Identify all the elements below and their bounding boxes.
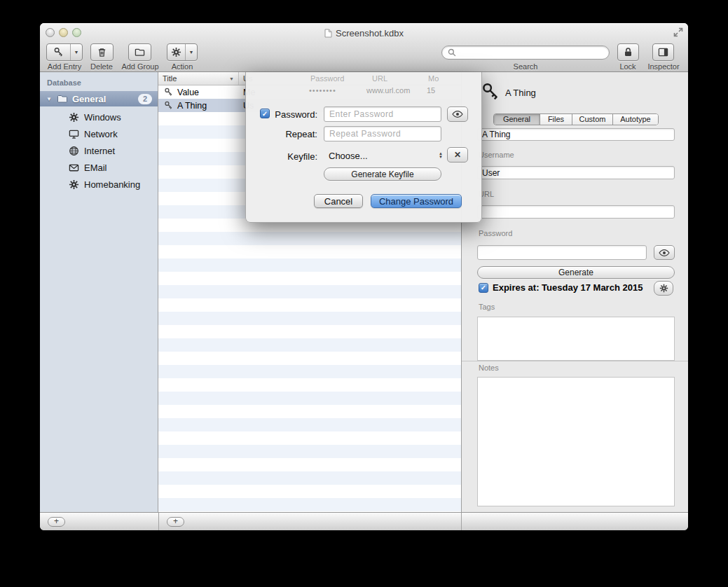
url-input[interactable] — [478, 206, 674, 218]
generate-keyfile-button[interactable]: Generate Keyfile — [324, 167, 441, 181]
enter-password-input[interactable] — [324, 107, 441, 121]
title-input[interactable] — [478, 129, 674, 140]
cancel-button[interactable]: Cancel — [314, 194, 363, 208]
keyfile-value: Choose... — [324, 151, 368, 161]
bottom-bar: + + — [40, 512, 688, 530]
lock-button[interactable] — [617, 43, 639, 61]
expires-label: Expires at: Tuesday 17 March 2015 — [493, 282, 643, 293]
trash-icon — [97, 47, 107, 57]
tags-input[interactable] — [477, 317, 675, 361]
globe-icon — [69, 146, 79, 156]
url-field[interactable] — [477, 205, 675, 219]
close-icon: ✕ — [454, 150, 461, 160]
repeat-password-input[interactable] — [324, 127, 441, 141]
clear-keyfile-button[interactable]: ✕ — [447, 147, 468, 163]
repeat-password-field[interactable] — [324, 126, 441, 141]
search-icon — [448, 48, 456, 57]
gear-icon — [659, 284, 668, 293]
gear-icon — [167, 44, 185, 60]
show-password-button[interactable] — [654, 245, 675, 260]
fullscreen-icon[interactable] — [673, 27, 683, 37]
change-password-dialog: Password URL Mo •••••••• www.url.com 15 … — [245, 72, 482, 223]
change-password-button[interactable]: Change Password — [371, 194, 462, 208]
gear-icon — [69, 179, 79, 190]
check-icon: ✓ — [481, 284, 486, 291]
entry-title: A Thing — [177, 101, 207, 111]
dialog-keyfile-label: Keyfile: — [252, 151, 317, 162]
sort-indicator-icon: ▼ — [229, 76, 234, 81]
notes-input[interactable] — [477, 377, 675, 506]
sidebar-item-label: EMail — [84, 163, 107, 173]
delete-label: Delete — [90, 62, 113, 71]
password-input[interactable] — [478, 246, 646, 259]
search-input[interactable] — [460, 48, 603, 57]
expires-checkbox[interactable]: ✓ — [479, 283, 488, 293]
ghost-column-modified: Mo — [428, 74, 439, 83]
enter-password-field[interactable] — [324, 106, 441, 122]
add-entry-plus-button[interactable]: + — [167, 517, 184, 527]
expires-settings-button[interactable] — [654, 281, 673, 296]
tags-label: Tags — [479, 303, 495, 311]
add-group-button[interactable] — [128, 43, 151, 61]
stepper-icon: ▲▼ — [439, 152, 444, 159]
username-label: Username — [479, 151, 514, 159]
chevron-down-icon: ▼ — [70, 44, 82, 60]
sidebar-item-internet[interactable]: Internet — [40, 142, 158, 159]
delete-button[interactable] — [90, 43, 114, 61]
sidebar-item-label: Internet — [84, 146, 115, 156]
sidebar: Database ▼ General 2 Windows Network Int… — [40, 72, 158, 512]
inspector-panel-icon — [658, 47, 668, 57]
eye-icon — [452, 111, 463, 118]
add-group-plus-button[interactable]: + — [48, 517, 65, 527]
entry-title: Value — [177, 88, 199, 97]
tab-custom[interactable]: Custom — [572, 114, 613, 125]
window-title-area: Screenshot.kdbx — [40, 27, 688, 39]
show-password-button[interactable] — [447, 106, 468, 122]
divider — [462, 361, 688, 361]
folder-icon — [135, 47, 145, 57]
username-field[interactable] — [477, 166, 675, 179]
inspector-button[interactable] — [652, 43, 674, 61]
folder-icon — [57, 93, 68, 104]
password-field[interactable] — [477, 245, 647, 260]
tab-general[interactable]: General — [494, 114, 540, 125]
divider — [461, 513, 462, 530]
search-label: Search — [514, 62, 538, 71]
desktop: Screenshot.kdbx ▼ Add Entry Delete — [0, 0, 728, 587]
add-entry-button[interactable]: ▼ — [46, 43, 83, 61]
username-input[interactable] — [478, 167, 674, 179]
expires-row: ✓ Expires at: Tuesday 17 March 2015 — [479, 282, 643, 293]
tab-autotype[interactable]: Autotype — [613, 114, 658, 125]
sidebar-item-email[interactable]: EMail — [40, 159, 158, 176]
entry-count-badge: 2 — [138, 94, 152, 104]
sidebar-item-homebanking[interactable]: Homebanking — [40, 176, 158, 193]
sidebar-item-label: Windows — [84, 112, 121, 123]
inspector-entry-title: A Thing — [505, 88, 536, 98]
password-label: Password — [479, 229, 512, 237]
notes-label: Notes — [479, 364, 499, 372]
keyfile-popup[interactable]: Choose... ▲▼ — [324, 148, 444, 163]
inspector-tabs: General Files Custom Autotype — [493, 113, 659, 125]
tab-files[interactable]: Files — [540, 114, 572, 125]
inspector-label: Inspector — [647, 62, 679, 71]
sidebar-item-windows[interactable]: Windows — [40, 109, 158, 125]
add-group-label: Add Group — [121, 62, 158, 71]
sidebar-item-label: Homebanking — [84, 179, 140, 190]
monitor-icon — [69, 129, 79, 139]
sidebar-group-label: General — [72, 94, 106, 104]
disclosure-triangle-icon[interactable]: ▼ — [46, 96, 52, 102]
column-header-title[interactable]: Title ▼ — [158, 72, 239, 85]
window-title: Screenshot.kdbx — [336, 28, 404, 39]
ghost-modified: 15 — [427, 86, 435, 95]
sidebar-group-general[interactable]: ▼ General 2 — [40, 91, 158, 106]
app-window: Screenshot.kdbx ▼ Add Entry Delete — [40, 23, 688, 530]
sidebar-item-network[interactable]: Network — [40, 125, 158, 142]
generate-password-button[interactable]: Generate — [477, 266, 675, 279]
inspector-panel: A Thing General Files Custom Autotype Us… — [461, 72, 688, 512]
action-button[interactable]: ▼ — [167, 43, 198, 61]
search-field[interactable] — [441, 46, 610, 60]
add-entry-label: Add Entry — [48, 62, 81, 71]
dialog-password-label: Password: — [252, 109, 317, 120]
title-field[interactable] — [477, 128, 675, 141]
ghost-column-password: Password — [310, 74, 344, 83]
